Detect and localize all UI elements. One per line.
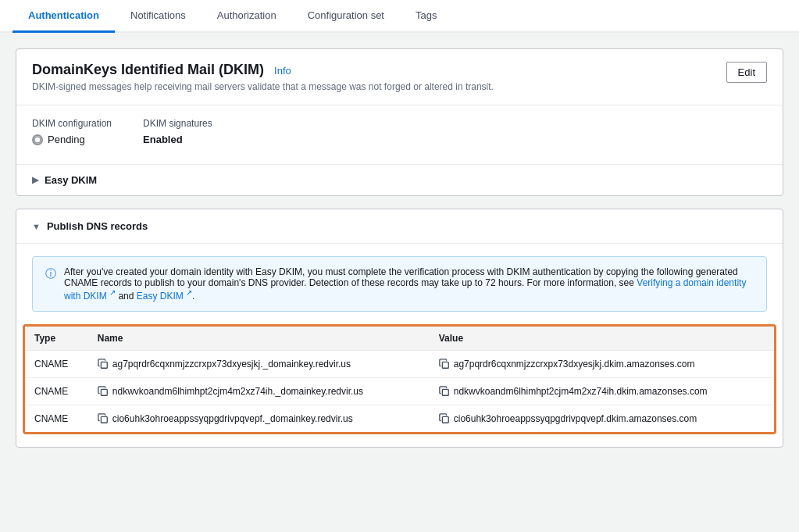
dns-row-value: ag7pqrdr6cqxnmjzzcrxpx73dxyesjkj.dkim.am… — [430, 351, 774, 378]
dns-row-value: ndkwvkoandm6lhimhpt2cjm4m2xz74ih.dkim.am… — [430, 378, 774, 405]
dns-row-name: cio6uhk3ohroeappssyqpgdrivpqvepf._domain… — [88, 405, 430, 433]
easy-dkim-toggle[interactable]: ▶ Easy DKIM — [32, 174, 767, 186]
easy-dkim-label: Easy DKIM — [45, 174, 97, 186]
col-type: Type — [25, 327, 88, 351]
page-content: DomainKeys Identified Mail (DKIM) Info D… — [0, 33, 799, 463]
dkim-signatures-label: DKIM signatures — [143, 118, 212, 129]
dkim-info-link[interactable]: Info — [274, 65, 291, 77]
copy-value-icon[interactable] — [439, 359, 450, 370]
dns-table-row: CNAME cio6uhk3ohroeappssyqpgdrivpqvepf._… — [25, 405, 774, 433]
publish-dns-info-text: After you've created your domain identit… — [64, 266, 754, 302]
dkim-signatures-field: DKIM signatures Enabled — [143, 118, 212, 145]
tab-authentication[interactable]: Authentication — [12, 0, 115, 33]
tab-notifications[interactable]: Notifications — [115, 0, 202, 33]
svg-rect-3 — [101, 389, 107, 395]
and-text: and — [118, 291, 136, 302]
publish-dns-header: ▼ Publish DNS records — [16, 209, 783, 244]
svg-rect-2 — [442, 362, 448, 368]
svg-rect-5 — [101, 416, 107, 423]
dkim-edit-button[interactable]: Edit — [726, 62, 767, 83]
copy-name-icon[interactable] — [98, 413, 109, 424]
tab-configuration-set[interactable]: Configuration set — [292, 0, 400, 33]
dns-row-name: ag7pqrdr6cqxnmjzzcrxpx73dxyesjkj._domain… — [88, 351, 430, 378]
dkim-signatures-value: Enabled — [143, 134, 212, 145]
copy-name-icon[interactable] — [98, 386, 109, 397]
dkim-card-header: DomainKeys Identified Mail (DKIM) Info D… — [16, 49, 783, 105]
svg-point-0 — [34, 137, 41, 143]
tab-tags[interactable]: Tags — [400, 0, 452, 33]
dkim-fields-row: DKIM configuration Pending DKIM signatur… — [32, 118, 767, 145]
svg-rect-6 — [442, 416, 448, 423]
copy-value-icon[interactable] — [439, 413, 450, 424]
publish-dns-arrow: ▼ — [32, 222, 41, 231]
dns-table-header-row: Type Name Value — [25, 327, 774, 351]
dns-row-type: CNAME — [25, 351, 88, 378]
dkim-card-title-area: DomainKeys Identified Mail (DKIM) Info D… — [32, 62, 494, 92]
dns-row-type: CNAME — [25, 378, 88, 405]
dkim-card: DomainKeys Identified Mail (DKIM) Info D… — [16, 48, 783, 196]
svg-rect-4 — [442, 389, 448, 395]
copy-name-icon[interactable] — [98, 359, 109, 370]
easy-dkim-link[interactable]: Easy DKIM ↗ — [137, 291, 192, 302]
dns-row-value: cio6uhk3ohroeappssyqpgdrivpqvepf.dkim.am… — [430, 405, 774, 433]
dns-row-name: ndkwvkoandm6lhimhpt2cjm4m2xz74ih._domain… — [88, 378, 430, 405]
publish-dns-info-box: ⓘ After you've created your domain ident… — [32, 256, 767, 312]
dkim-config-field: DKIM configuration Pending — [32, 118, 112, 145]
col-value: Value — [430, 327, 774, 351]
dns-records-table: Type Name Value CNAME ag7pqrdr6cqxnmjzzc… — [25, 327, 774, 432]
col-name: Name — [88, 327, 430, 351]
dns-table-row: CNAME ag7pqrdr6cqxnmjzzcrxpx73dxyesjkj._… — [25, 351, 774, 378]
dkim-config-label: DKIM configuration — [32, 118, 112, 129]
easy-dkim-arrow: ▶ — [32, 175, 38, 185]
info-circle-icon: ⓘ — [45, 267, 56, 281]
easy-dkim-section: ▶ Easy DKIM — [16, 164, 783, 195]
dns-row-type: CNAME — [25, 405, 88, 433]
dkim-title: DomainKeys Identified Mail (DKIM) Info — [32, 62, 494, 78]
publish-dns-card: ▼ Publish DNS records ⓘ After you've cre… — [16, 209, 783, 448]
dns-table-row: CNAME ndkwvkoandm6lhimhpt2cjm4m2xz74ih._… — [25, 378, 774, 405]
svg-rect-1 — [101, 362, 107, 368]
dkim-fields: DKIM configuration Pending DKIM signatur… — [16, 105, 783, 164]
tab-authorization[interactable]: Authorization — [202, 0, 292, 33]
pending-icon — [32, 134, 43, 145]
copy-value-icon[interactable] — [439, 386, 450, 397]
tabs-bar: Authentication Notifications Authorizati… — [0, 0, 799, 33]
publish-dns-title: Publish DNS records — [47, 220, 148, 232]
dns-records-table-wrapper: Type Name Value CNAME ag7pqrdr6cqxnmjzzc… — [23, 324, 776, 434]
dkim-subtitle: DKIM-signed messages help receiving mail… — [32, 81, 494, 92]
dkim-config-value: Pending — [32, 134, 112, 145]
